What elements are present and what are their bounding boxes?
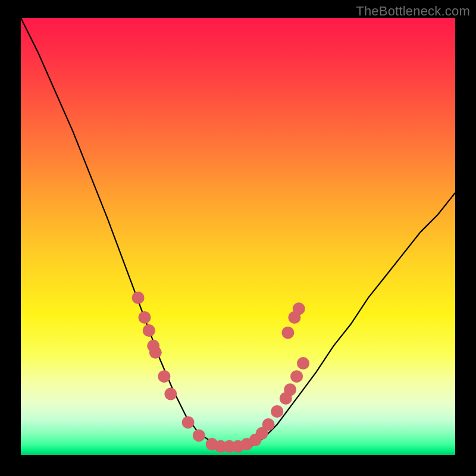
data-point	[271, 405, 283, 418]
data-point	[290, 370, 303, 383]
chart-frame: TheBottleneck.com	[0, 0, 476, 476]
chart-svg	[21, 18, 455, 455]
data-point	[281, 327, 294, 339]
data-point	[164, 388, 177, 400]
data-point	[193, 429, 205, 441]
plot-area	[21, 18, 455, 455]
data-point	[143, 324, 155, 337]
data-point	[293, 302, 305, 315]
data-point	[139, 311, 151, 324]
data-point	[284, 383, 296, 396]
bottleneck-curve	[21, 18, 455, 446]
data-point	[297, 357, 309, 369]
data-point	[132, 292, 145, 304]
data-point	[149, 346, 162, 359]
curve-dots	[132, 292, 309, 453]
watermark-text: TheBottleneck.com	[356, 4, 470, 19]
data-point	[262, 418, 275, 431]
data-point	[158, 370, 170, 383]
data-point	[182, 416, 195, 428]
